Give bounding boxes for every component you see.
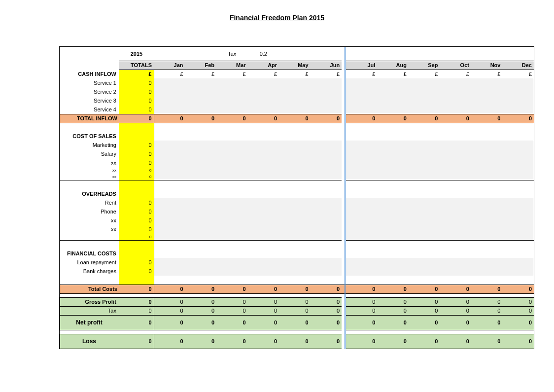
cost-of-sales-title: COST OF SALES: [60, 132, 534, 141]
loss-row: Loss 0 0 0 0 0 0 0 0 0 0 0 0 0: [60, 334, 534, 349]
net-profit-row: Net profit 0 0 0 0 0 0 0 0 0 0 0 0 0: [60, 315, 534, 330]
page-title: Financial Freedom Plan 2015: [0, 0, 554, 46]
year-value: 2015: [119, 47, 154, 61]
hdr-totals: TOTALS: [119, 61, 154, 70]
header-row: TOTALS Jan Feb Mar Apr May Jun Jul Aug S…: [60, 61, 534, 70]
financial-costs-title: FINANCIAL COSTS: [60, 249, 534, 258]
table-row: Service 20: [60, 87, 534, 96]
gross-profit-row: Gross Profit 0 0 0 0 0 0 0 0 0 0 0 0 0: [60, 297, 534, 306]
mid-year-divider: [345, 47, 346, 349]
table-row: Bank charges0: [60, 267, 534, 276]
spacer: [60, 293, 534, 297]
spacer: [60, 276, 534, 285]
spacer: [60, 180, 534, 189]
overheads-title: OVERHEADS: [60, 189, 534, 198]
total-inflow-row: TOTAL INFLOW 0 0 0 0 0 0 0 0 0 0 0 0 0: [60, 114, 534, 123]
table-row: Rent0: [60, 198, 534, 207]
table-row: Phone0: [60, 207, 534, 216]
table-row: xx0: [60, 174, 534, 180]
table-row: Service 30: [60, 96, 534, 105]
table-row: Marketing0: [60, 141, 534, 149]
table-row: Loan repayment0: [60, 258, 534, 267]
table-row: xx0: [60, 167, 534, 174]
tax-rate: 0.2: [248, 47, 279, 61]
tax-label: Tax: [216, 47, 248, 61]
spacer: [60, 330, 534, 334]
table-row: 0: [60, 234, 534, 241]
financial-plan-sheet: 2015 Tax 0.2 TOTALS Jan Feb Mar Apr May …: [59, 46, 534, 349]
spacer: [60, 240, 534, 249]
table-row: Salary0: [60, 149, 534, 158]
table-row: Service 40: [60, 105, 534, 114]
plan-table: 2015 Tax 0.2 TOTALS Jan Feb Mar Apr May …: [60, 47, 534, 349]
table-row: xx0: [60, 158, 534, 167]
total-costs-row: Total Costs 0 0 0 0 0 0 0 0 0 0 0 0 0: [60, 285, 534, 293]
table-row: Service 10: [60, 78, 534, 87]
spacer: [60, 123, 534, 132]
tax-row: Tax 0 0 0 0 0 0 0 0 0 0 0 0 0: [60, 306, 534, 315]
table-row: xx0: [60, 216, 534, 225]
table-row: xx0: [60, 225, 534, 234]
cash-inflow-title: CASH INFLOW £ £ £ £ £ £ £ £ £ £ £ £ £: [60, 70, 534, 78]
info-row: 2015 Tax 0.2: [60, 47, 534, 61]
